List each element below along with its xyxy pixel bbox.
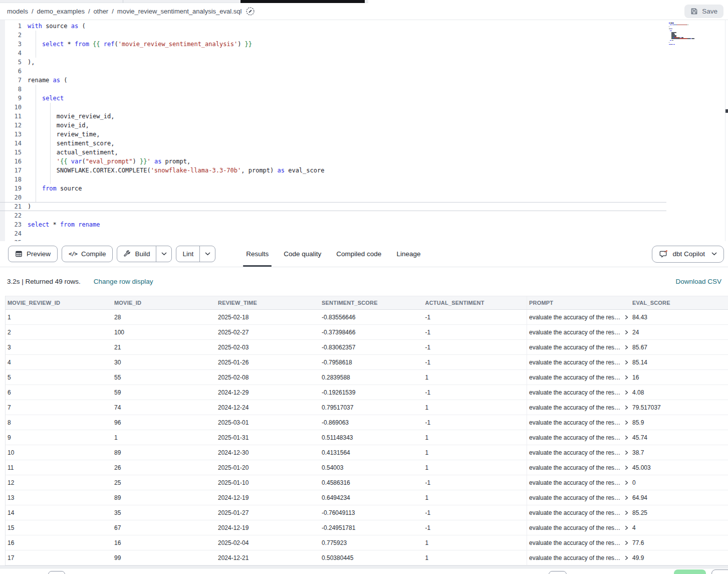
sql-code-editor[interactable]: 1with source as (23 select * from {{ ref…	[0, 20, 728, 241]
column-header-movie_id: MOVIE_ID	[112, 300, 216, 306]
lint-dropdown-toggle[interactable]	[200, 246, 215, 262]
prompt-truncated-text: evaluate the accuracy of the res…	[529, 314, 620, 321]
editor-scrollbar-thumb[interactable]	[725, 109, 728, 113]
breadcrumb-item[interactable]: movie_review_sentiment_analysis_eval.sql	[117, 8, 242, 15]
code-line-13[interactable]: 13 review_time,	[0, 130, 666, 139]
code-line-14[interactable]: 14 sentiment_score,	[0, 139, 666, 148]
expand-cell-icon[interactable]	[624, 375, 629, 380]
expand-cell-icon[interactable]	[624, 435, 629, 440]
table-row: 13892024-12-190.64942341evaluate the acc…	[6, 490, 728, 505]
table-cell: 2025-01-26	[216, 359, 320, 366]
table-row: 21002025-02-27-0.37398466-1evaluate the …	[6, 325, 728, 340]
tab-lineage[interactable]: Lineage	[389, 241, 428, 267]
code-line-15[interactable]: 15 actual_sentiment,	[0, 148, 666, 157]
compile-button[interactable]: </> Compile	[62, 246, 113, 262]
tab-label: Compiled code	[336, 250, 381, 258]
lint-button[interactable]: Lint	[176, 246, 200, 262]
code-line-18[interactable]: 18	[0, 175, 666, 184]
bottom-partial-button[interactable]	[48, 571, 65, 574]
bottom-partial-button[interactable]	[711, 569, 728, 574]
bottom-partial-button[interactable]	[549, 571, 567, 574]
prompt-truncated-text: evaluate the accuracy of the res…	[529, 329, 620, 336]
expand-cell-icon[interactable]	[624, 495, 629, 500]
code-line-6[interactable]: 6	[0, 67, 666, 76]
table-cell-eval-score: 64.94	[630, 494, 728, 501]
code-line-21[interactable]: 21)	[0, 202, 666, 211]
tab-code-quality[interactable]: Code quality	[276, 241, 329, 267]
table-row: 17992024-12-210.503804451evaluate the ac…	[6, 550, 728, 565]
table-cell: 2025-01-20	[216, 464, 320, 471]
breadcrumb-item[interactable]: models	[7, 8, 28, 15]
preview-button[interactable]: Preview	[8, 246, 58, 262]
table-cell: 35	[112, 509, 216, 516]
build-button[interactable]: Build	[117, 246, 156, 262]
table-cell: -0.83062357	[320, 344, 423, 351]
line-number: 13	[0, 130, 28, 139]
expand-cell-icon[interactable]	[624, 420, 629, 425]
expand-cell-icon[interactable]	[624, 390, 629, 395]
expand-cell-icon[interactable]	[624, 330, 629, 335]
code-line-1[interactable]: 1with source as (	[0, 22, 666, 31]
code-line-7[interactable]: 7rename as (	[0, 76, 666, 85]
expand-cell-icon[interactable]	[624, 525, 629, 530]
code-line-24[interactable]: 24	[0, 229, 666, 238]
table-cell-eval-score: 24	[630, 329, 728, 336]
code-text: rename as (	[28, 76, 67, 85]
dbt-ide-page: models/demo_examples/other/movie_review_…	[0, 0, 728, 574]
table-cell-prompt: evaluate the accuracy of the res…	[527, 520, 630, 535]
code-line-16[interactable]: 16 '{{ var("eval_prompt") }}' as prompt,	[0, 157, 666, 166]
table-cell: -1	[423, 479, 527, 486]
table-cell: 96	[112, 419, 216, 426]
code-line-9[interactable]: 9 select	[0, 94, 666, 103]
breadcrumb-item[interactable]: other	[94, 8, 109, 15]
code-line-19[interactable]: 19 from source	[0, 184, 666, 193]
code-line-20[interactable]: 20	[0, 193, 666, 202]
table-cell: 5	[6, 374, 112, 381]
code-line-10[interactable]: 10	[0, 103, 666, 112]
build-dropdown-toggle[interactable]	[156, 246, 171, 262]
expand-cell-icon[interactable]	[624, 360, 629, 365]
prompt-truncated-text: evaluate the accuracy of the res…	[529, 449, 620, 456]
tab-results[interactable]: Results	[238, 241, 276, 267]
expand-cell-icon[interactable]	[624, 555, 629, 560]
expand-cell-icon[interactable]	[624, 480, 629, 485]
code-line-22[interactable]: 22	[0, 211, 666, 220]
table-cell: 13	[6, 494, 112, 501]
code-line-2[interactable]: 2	[0, 31, 666, 40]
dbt-copilot-button[interactable]: dbt Copilot	[652, 246, 724, 263]
bottom-partial-green-button[interactable]	[674, 569, 706, 574]
code-text: select * from {{ ref('movie_review_senti…	[28, 40, 252, 49]
code-line-5[interactable]: 5),	[0, 58, 666, 67]
code-line-3[interactable]: 3 select * from {{ ref('movie_review_sen…	[0, 40, 666, 49]
expand-cell-icon[interactable]	[624, 345, 629, 350]
expand-cell-icon[interactable]	[624, 465, 629, 470]
expand-cell-icon[interactable]	[624, 510, 629, 515]
expand-cell-icon[interactable]	[624, 540, 629, 545]
code-line-8[interactable]: 8	[0, 85, 666, 94]
editor-minimap[interactable]	[669, 23, 723, 47]
table-cell-prompt: evaluate the accuracy of the res…	[527, 460, 630, 475]
table-cell: 30	[112, 359, 216, 366]
table-cell: -1	[423, 389, 527, 396]
code-line-23[interactable]: 23select * from rename	[0, 220, 666, 229]
table-row: 14352025-01-27-0.76049113-1evaluate the …	[6, 505, 728, 520]
edit-pencil-circle-icon[interactable]	[246, 7, 255, 16]
table-cell-eval-score: 84.43	[630, 314, 728, 321]
prompt-truncated-text: evaluate the accuracy of the res…	[529, 494, 620, 501]
code-line-17[interactable]: 17 SNOWFLAKE.CORTEX.COMPLETE('snowflake-…	[0, 166, 666, 175]
download-csv-link[interactable]: Download CSV	[675, 278, 721, 285]
expand-cell-icon[interactable]	[624, 405, 629, 410]
code-line-12[interactable]: 12 movie_id,	[0, 121, 666, 130]
breadcrumb-item[interactable]: demo_examples	[37, 8, 85, 15]
results-status-row: 3.2s | Returned 49 rows. Change row disp…	[0, 267, 728, 296]
line-number: 11	[0, 112, 28, 121]
code-line-11[interactable]: 11 movie_review_id,	[0, 112, 666, 121]
expand-cell-icon[interactable]	[624, 315, 629, 320]
save-button[interactable]: Save	[684, 5, 723, 18]
expand-cell-icon[interactable]	[624, 450, 629, 455]
tab-compiled-code[interactable]: Compiled code	[329, 241, 389, 267]
code-line-4[interactable]: 4	[0, 49, 666, 58]
wrench-icon	[123, 250, 131, 258]
change-row-display-link[interactable]: Change row display	[94, 278, 153, 285]
table-cell-prompt: evaluate the accuracy of the res…	[527, 355, 630, 369]
